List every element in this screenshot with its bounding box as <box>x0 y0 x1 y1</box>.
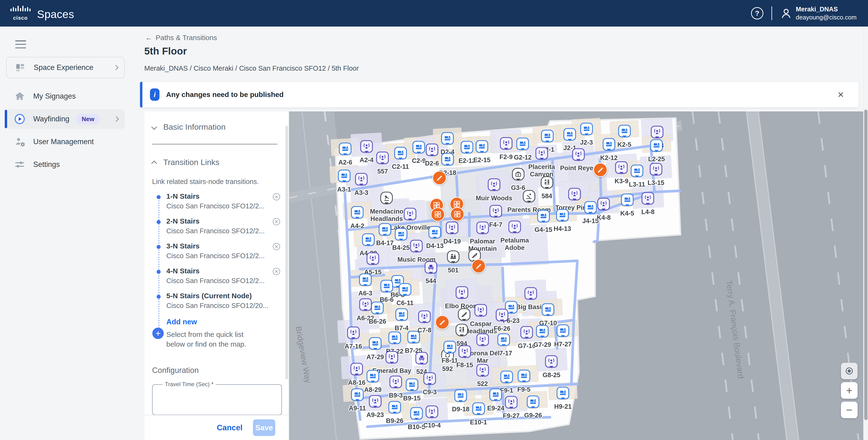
map-marker-c7-8[interactable]: C7-8 <box>417 311 432 334</box>
locate-button[interactable] <box>841 363 858 379</box>
map-marker-elevator[interactable] <box>450 207 464 221</box>
map-marker-a8-16[interactable]: A8-16 <box>348 363 366 386</box>
map-marker-point-reyes[interactable]: Point Reyes <box>560 148 597 172</box>
help-icon[interactable]: ? <box>751 7 763 20</box>
map-marker-a5-15[interactable]: A5-15 <box>364 252 382 276</box>
map-marker-b9-3[interactable]: B9-3 <box>389 376 403 399</box>
map-marker-g7-16[interactable]: G7-16 <box>518 326 535 349</box>
map-marker-544[interactable]: 544 <box>425 261 437 285</box>
map-marker-g9-26[interactable]: G9-26 <box>524 396 542 419</box>
floor-map[interactable]: Bridgeview Way Terry A. François Bouleva… <box>289 111 863 440</box>
map-marker-g7-10[interactable]: G7-10 <box>539 303 557 327</box>
page-scrollbar[interactable] <box>863 27 868 440</box>
map-marker-d4-19[interactable]: D4-19 <box>443 222 461 245</box>
map-marker-f9-5[interactable]: F9-5 <box>517 370 531 393</box>
add-new-link[interactable]: Add new <box>166 318 284 326</box>
sidebar-item-settings[interactable]: Settings <box>6 155 125 174</box>
map-marker-e10-1[interactable]: E10-1 <box>470 403 487 426</box>
map-marker-g8-25[interactable]: G8-25 <box>542 356 560 379</box>
map-marker-b7-4[interactable]: B7-4 <box>395 308 409 332</box>
map-marker-j4-15[interactable]: J4-15 <box>582 201 599 225</box>
map-marker-f9-27[interactable]: F9-27 <box>503 396 520 419</box>
map-marker-l3-11[interactable]: L3-11 <box>629 165 645 188</box>
menu-toggle-icon[interactable] <box>15 40 26 48</box>
sidebar-item-space-experience[interactable]: Space Experience <box>6 57 125 78</box>
map-marker-501[interactable]: 501 <box>447 250 459 274</box>
map-marker-h4-13[interactable]: H4-13 <box>554 209 571 233</box>
map-marker-d9-18[interactable]: D9-18 <box>452 390 470 413</box>
map-marker-d2-6[interactable]: D2-6 <box>425 144 439 167</box>
map-marker-c2-9[interactable]: C2-9 <box>412 141 426 165</box>
remove-link-icon[interactable] <box>272 267 280 275</box>
map-marker-a3-1[interactable]: A3-1 <box>337 170 351 193</box>
map-marker-b6-6[interactable]: B6-6 <box>380 280 394 303</box>
map-marker-a7-16[interactable]: A7-16 <box>345 327 362 350</box>
map-marker-b9-26[interactable]: B9-26 <box>386 401 403 425</box>
scrollbar-thumb[interactable] <box>864 109 868 420</box>
map-marker-placerita-canyon[interactable]: Placerita Canyon <box>519 147 564 178</box>
transition-link-item[interactable]: 3-N StairsCisco San Francisco SFO12/2... <box>166 242 284 260</box>
map-marker-l2-25[interactable]: L2-25 <box>648 139 665 163</box>
map-marker-522[interactable]: 522 <box>476 364 489 387</box>
zoom-out-button[interactable]: − <box>841 402 858 418</box>
zoom-in-button[interactable]: + <box>841 382 858 399</box>
map-marker-h9-21[interactable]: H9-21 <box>554 387 572 410</box>
map-marker-b10-5[interactable]: B10-5 <box>408 407 425 431</box>
map-marker-stairs[interactable] <box>593 163 608 177</box>
map-marker-k4-5[interactable]: K4-5 <box>620 194 634 217</box>
map-marker-e2-15[interactable]: E2-15 <box>473 140 491 164</box>
map-marker-b6-26[interactable]: B6-26 <box>369 302 386 325</box>
map-marker-a2-4[interactable]: A2-4 <box>360 140 373 164</box>
map-marker-f2-9[interactable]: F2-9 <box>499 137 513 161</box>
remove-link-icon[interactable] <box>272 217 280 226</box>
map-marker-c9-3[interactable]: C9-3 <box>423 372 437 396</box>
map-marker-stairs-dark[interactable] <box>458 308 470 321</box>
cancel-button[interactable]: Cancel <box>217 423 243 432</box>
map-marker-557[interactable]: 557 <box>376 151 389 175</box>
transition-link-item[interactable]: 5-N Stairs (Current Node)Cisco San Franc… <box>166 292 284 310</box>
map-marker-k2-12[interactable]: K2-12 <box>600 138 618 162</box>
account-menu[interactable]: Meraki_DNAS deayoung@cisco.com <box>780 5 857 21</box>
map-marker-a2-6[interactable]: A2-6 <box>338 143 352 166</box>
remove-link-icon[interactable] <box>272 193 280 201</box>
sidebar-item-user-management[interactable]: User Management <box>6 132 125 152</box>
map-marker-d2-4[interactable]: D2-4 <box>441 132 455 156</box>
transition-link-item[interactable]: 1-N StairsCisco San Francisco SFO12/2... <box>166 192 284 210</box>
remove-link-icon[interactable] <box>272 242 280 250</box>
map-marker-k4-8[interactable]: K4-8 <box>597 198 611 222</box>
map-marker-k3-9[interactable]: K3-9 <box>615 162 628 185</box>
section-transition-links[interactable]: Transition Links <box>149 158 284 167</box>
map-marker-music-room[interactable]: Music Room <box>398 240 436 263</box>
map-marker-f8-11[interactable]: F8-11 <box>442 341 458 364</box>
close-icon[interactable]: × <box>838 89 844 100</box>
map-marker-524[interactable]: 524 <box>415 352 428 375</box>
map-marker-a4-2[interactable]: A4-2 <box>350 206 365 230</box>
map-marker-stairs[interactable] <box>432 171 446 185</box>
map-marker-petaluma-adobe[interactable]: Petaluma Adobe <box>492 221 537 251</box>
map-marker-l4-8[interactable]: L4-8 <box>641 192 655 216</box>
save-button[interactable]: Save <box>253 419 275 436</box>
map-marker-e9-24[interactable]: E9-24 <box>487 388 504 412</box>
sidebar-item-wayfinding[interactable]: Wayfinding New <box>6 109 125 129</box>
map-marker-e2-12[interactable]: E2-12 <box>459 141 475 165</box>
map-marker-elevator[interactable] <box>431 207 445 222</box>
map-marker-g7-29[interactable]: G7-29 <box>533 325 551 348</box>
map-marker-a8-29[interactable]: A8-29 <box>364 370 382 394</box>
map-marker-g3-6[interactable]: G3-6 <box>511 168 525 192</box>
map-marker-c2-11[interactable]: C2-11 <box>392 147 409 170</box>
transition-link-item[interactable]: 4-N StairsCisco San Francisco SFO12/2... <box>166 267 284 285</box>
map-marker-stairs[interactable] <box>435 315 450 329</box>
map-marker-lake-oroville[interactable]: Lake Oroville <box>390 208 430 231</box>
map-marker-k2-5[interactable]: K2-5 <box>617 125 631 148</box>
map-marker-c10-4[interactable]: C10-4 <box>423 406 441 429</box>
map-marker-h7-27[interactable]: H7-27 <box>554 324 572 348</box>
map-marker-stairs[interactable] <box>471 259 486 273</box>
map-marker-a9-11[interactable]: A9-11 <box>349 388 366 412</box>
map-marker-f8-15[interactable]: F8-15 <box>456 345 473 369</box>
map-marker-b9-15[interactable]: B9-15 <box>403 379 421 402</box>
back-link[interactable]: ← Paths & Transitions <box>145 34 217 42</box>
sidebar-item-my-signages[interactable]: My Signages <box>6 86 125 106</box>
map-marker-a9-23[interactable]: A9-23 <box>366 395 384 418</box>
transition-link-item[interactable]: 2-N StairsCisco San Francisco SFO12/2... <box>166 217 284 235</box>
map-marker-a6-3[interactable]: A6-3 <box>359 273 373 297</box>
